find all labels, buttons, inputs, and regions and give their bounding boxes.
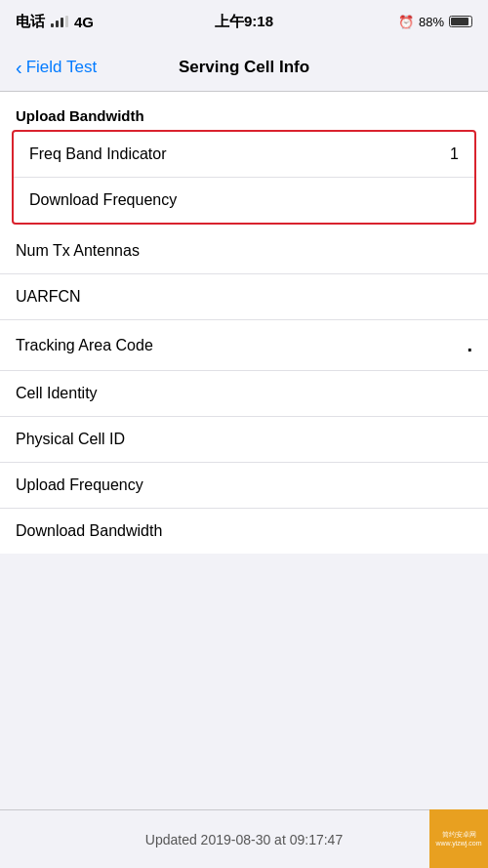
upload-frequency-label: Upload Frequency	[16, 476, 143, 494]
carrier-label: 电话	[16, 13, 45, 31]
status-bar: 电话 4G 上午9:18 ⏰ 88%	[0, 0, 488, 43]
watermark: 简约安卓网www.yizwj.com	[429, 809, 488, 868]
battery-icon	[449, 16, 472, 27]
highlighted-section: Freq Band Indicator 1 Download Frequency	[12, 130, 476, 225]
back-label: Field Test	[26, 58, 97, 77]
tracking-area-code-label: Tracking Area Code	[16, 337, 153, 354]
download-freq-label: Download Frequency	[29, 191, 177, 209]
num-tx-antennas-row: Num Tx Antennas	[0, 228, 488, 274]
upload-frequency-row: Upload Frequency	[0, 463, 488, 509]
physical-cell-id-row: Physical Cell ID	[0, 417, 488, 463]
nav-bar: ‹ Field Test Serving Cell Info	[0, 43, 488, 92]
back-chevron-icon: ‹	[16, 58, 22, 77]
back-button[interactable]: ‹ Field Test	[16, 58, 97, 77]
physical-cell-id-label: Physical Cell ID	[16, 431, 125, 448]
footer: Updated 2019-08-30 at 09:17:47 简约安卓网www.…	[0, 809, 488, 868]
freq-band-row: Freq Band Indicator 1	[14, 132, 474, 178]
num-tx-antennas-label: Num Tx Antennas	[16, 242, 140, 260]
download-freq-row: Download Frequency	[14, 178, 474, 223]
network-type: 4G	[74, 14, 94, 30]
download-bandwidth-row: Download Bandwidth	[0, 509, 488, 554]
uarfcn-row: UARFCN	[0, 274, 488, 320]
cell-identity-row: Cell Identity	[0, 371, 488, 417]
tracking-area-code-row: Tracking Area Code .	[0, 320, 488, 371]
status-time: 上午9:18	[215, 13, 273, 31]
page-title: Serving Cell Info	[179, 58, 309, 77]
content-area: Upload Bandwidth Freq Band Indicator 1 D…	[0, 92, 488, 554]
upload-bandwidth-label: Upload Bandwidth	[16, 107, 144, 124]
uarfcn-label: UARFCN	[16, 288, 81, 306]
status-left: 电话 4G	[16, 13, 94, 31]
cell-identity-label: Cell Identity	[16, 385, 98, 402]
watermark-text: 简约安卓网www.yizwj.com	[435, 830, 481, 847]
download-bandwidth-label: Download Bandwidth	[16, 522, 162, 540]
freq-band-value: 1	[450, 145, 459, 163]
tracking-area-code-value: .	[467, 334, 472, 356]
updated-text: Updated 2019-08-30 at 09:17:47	[145, 832, 343, 847]
battery-percentage: 88%	[419, 15, 444, 29]
status-right: ⏰ 88%	[398, 15, 472, 29]
alarm-icon: ⏰	[398, 15, 414, 29]
freq-band-label: Freq Band Indicator	[29, 145, 167, 163]
upload-bandwidth-header: Upload Bandwidth	[0, 92, 488, 130]
signal-icon	[51, 16, 68, 27]
